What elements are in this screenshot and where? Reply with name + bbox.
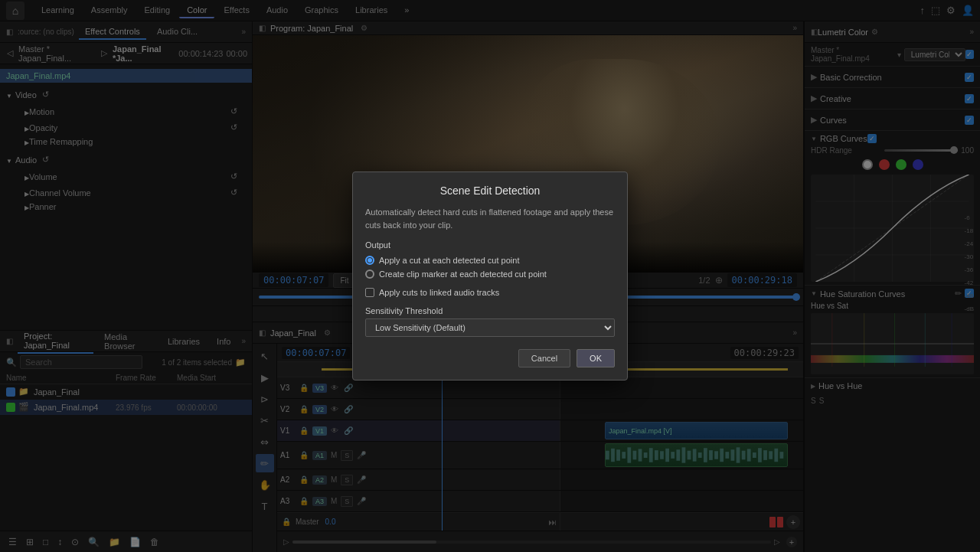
audio-tracks-checkbox[interactable] (365, 288, 374, 297)
audio-tracks-label: Apply cuts to linked audio tracks (379, 288, 499, 297)
create-marker-label: Create clip marker at each detected cut … (379, 269, 547, 279)
create-marker-radio[interactable] (365, 269, 374, 279)
cancel-button[interactable]: Cancel (518, 349, 570, 367)
output-radio-group: Apply a cut at each detected cut point C… (365, 256, 615, 279)
apply-cut-label: Apply a cut at each detected cut point (379, 256, 519, 265)
sensitivity-section: Sensitivity Threshold Low Sensitivity (D… (365, 306, 615, 337)
radio-row-0: Apply a cut at each detected cut point (365, 256, 615, 265)
audio-tracks-checkbox-row: Apply cuts to linked audio tracks (365, 288, 615, 297)
output-label: Output (365, 240, 615, 250)
apply-cut-radio[interactable] (365, 256, 374, 265)
sensitivity-label: Sensitivity Threshold (365, 306, 615, 315)
radio-row-1: Create clip marker at each detected cut … (365, 269, 615, 279)
dialog-description: Automatically detect hard cuts in flatte… (365, 206, 615, 231)
modal-overlay: Scene Edit Detection Automatically detec… (0, 0, 980, 552)
scene-edit-detection-dialog: Scene Edit Detection Automatically detec… (352, 171, 628, 381)
dialog-buttons: Cancel OK (365, 349, 615, 367)
dialog-title: Scene Edit Detection (365, 185, 615, 197)
sensitivity-select[interactable]: Low Sensitivity (Default) Medium Sensiti… (365, 318, 615, 337)
ok-button[interactable]: OK (577, 349, 615, 367)
